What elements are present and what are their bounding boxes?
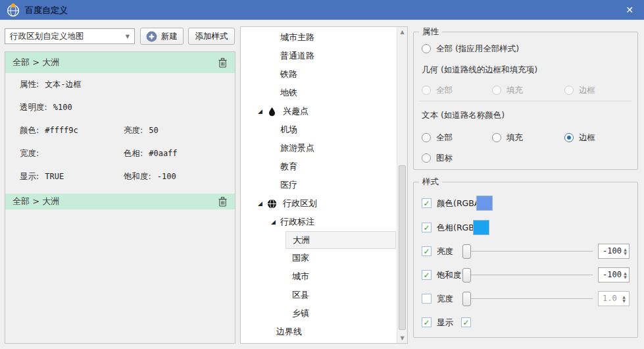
scrollbar-thumb[interactable] — [399, 165, 406, 330]
tree-item-tourist-spot[interactable]: 旅游景点 — [241, 139, 396, 157]
property-label: 透明度: — [20, 102, 47, 113]
property-cell: 颜色: #ffff9c — [20, 125, 124, 136]
close-button[interactable]: ✕ — [622, 3, 637, 16]
add-style-button[interactable]: 添加样式 — [188, 28, 235, 45]
radio-all-styles[interactable]: 全部 (指应用全部样式) — [422, 43, 519, 54]
tree-item-admin-region[interactable]: ◢ 行政区划 — [241, 194, 396, 213]
tree-item-medical[interactable]: 医疗 — [241, 176, 396, 194]
radio-geometry-all[interactable]: 全部 — [422, 85, 453, 95]
radio-text-all[interactable]: 全部 — [422, 132, 453, 143]
tree-item-city-main-road[interactable]: 城市主路 — [241, 28, 396, 47]
radio-icon[interactable] — [422, 44, 431, 53]
show-checkbox[interactable]: ✓ — [422, 317, 432, 327]
radio-icon[interactable] — [422, 133, 431, 142]
tree-item-label: 教育 — [280, 161, 297, 173]
saturation-row: ✓ 饱和度 -100 ▲▼ — [414, 267, 637, 283]
property-label: 颜色: — [20, 125, 39, 136]
tree-item-boundary-line[interactable]: 边界线 — [241, 323, 396, 341]
hue-rgb-checkbox[interactable]: ✓ — [422, 223, 432, 232]
show-row: ✓ 显示 ✓ — [414, 315, 637, 331]
property-label: 饱和度: — [124, 171, 151, 182]
property-value: 50 — [149, 126, 158, 135]
delete-icon[interactable] — [218, 57, 228, 68]
attributes-groupbox: 属性 全部 (指应用全部样式) 几何 (如道路线的边框和填充项) 全部 填充 边… — [413, 32, 638, 170]
expand-triangle-icon[interactable]: ◢ — [271, 219, 276, 225]
globe-icon — [267, 199, 277, 209]
radio-icon-option[interactable]: 图标 — [422, 153, 453, 163]
tree-item-district[interactable]: 区县 — [241, 286, 396, 304]
add-style-button-label: 添加样式 — [195, 31, 228, 42]
tree-item-township[interactable]: 乡镇 — [241, 304, 396, 323]
radio-icon-selected[interactable] — [564, 133, 574, 142]
property-value: TRUE — [45, 172, 64, 181]
tree-item-label: 铁路 — [280, 68, 297, 80]
tree-item-label: 行政区划 — [283, 198, 317, 209]
style-entry-path: 全部 > 大洲 — [12, 57, 59, 68]
tree-item-railway[interactable]: 铁路 — [241, 65, 396, 84]
radio-text-fill[interactable]: 填充 — [492, 132, 523, 143]
show-value-checkbox[interactable]: ✓ — [461, 317, 471, 327]
map-style-dropdown-value: 行政区划自定义地图 — [10, 31, 84, 41]
radio-label: 全部 (指应用全部样式) — [436, 43, 519, 55]
width-slider-track[interactable] — [462, 298, 593, 300]
radio-geometry-fill[interactable]: 填充 — [492, 85, 523, 95]
width-slider-thumb[interactable] — [462, 292, 471, 306]
property-row: 颜色: #ffff9c 亮度: 50 — [20, 124, 230, 137]
radio-icon[interactable] — [492, 133, 501, 142]
titlebar-divider — [0, 20, 644, 21]
radio-icon[interactable] — [422, 86, 431, 95]
saturation-checkbox[interactable]: ✓ — [422, 270, 432, 280]
check-icon: ✓ — [423, 199, 430, 208]
tree-item-normal-road[interactable]: 普通道路 — [241, 47, 396, 65]
brightness-checkbox[interactable]: ✓ — [422, 246, 432, 256]
color-rgba-checkbox[interactable]: ✓ — [422, 198, 432, 208]
brightness-label: 亮度 — [437, 246, 453, 257]
new-button[interactable]: 新建 — [140, 28, 184, 45]
spinner-arrows-icon[interactable]: ▲▼ — [622, 268, 629, 282]
tree-item-city[interactable]: 城市 — [241, 267, 396, 286]
property-cell: 色相: #0aaff — [124, 148, 230, 159]
radio-icon[interactable] — [492, 86, 501, 95]
delete-icon[interactable] — [218, 196, 228, 207]
property-cell: 显示: TRUE — [20, 171, 124, 182]
brightness-spinbox[interactable]: -100 ▲▼ — [598, 244, 630, 259]
tree-item-admin-label[interactable]: ◢ 行政标注 — [241, 213, 396, 231]
scroll-up-icon[interactable]: ▲ — [397, 29, 407, 35]
property-cell: 宽度: — [20, 148, 124, 159]
expand-triangle-icon[interactable]: ◢ — [258, 200, 262, 207]
tree-item-education[interactable]: 教育 — [241, 157, 396, 176]
spinner-arrows-icon[interactable]: ▲▼ — [622, 244, 629, 258]
saturation-slider-track[interactable] — [462, 275, 593, 276]
width-checkbox[interactable] — [422, 294, 432, 304]
color-rgba-swatch[interactable] — [476, 196, 493, 211]
tree-item-poi[interactable]: ◢ 兴趣点 — [241, 102, 396, 121]
map-style-dropdown[interactable]: 行政区划自定义地图 ▼ — [5, 28, 135, 44]
hue-rgb-swatch[interactable] — [473, 220, 489, 235]
style-entry-header[interactable]: 全部 > 大洲 — [5, 52, 235, 73]
radio-label: 全部 — [436, 85, 453, 96]
tree-item-subway[interactable]: 地铁 — [241, 84, 396, 102]
property-row: 显示: TRUE 饱和度: -100 — [20, 170, 230, 183]
expand-triangle-icon[interactable]: ◢ — [258, 108, 262, 115]
saturation-slider-thumb[interactable] — [462, 268, 471, 282]
saturation-spinbox[interactable]: -100 ▲▼ — [598, 267, 630, 282]
tree-item-airport[interactable]: 机场 — [241, 121, 396, 139]
app-window: 百度自定义 ✕ 行政区划自定义地图 ▼ 新建 添加样式 全部 > 大洲 — [0, 0, 644, 349]
style-list: 全部 > 大洲 属性: 文本-边框 透明度: %100 — [5, 51, 235, 344]
spinner-arrows-icon: ▲▼ — [619, 292, 629, 306]
tree-scrollbar[interactable]: ▲ ▼ — [397, 27, 407, 343]
scroll-down-icon[interactable]: ▼ — [397, 335, 407, 341]
property-value: #ffff9c — [45, 126, 78, 135]
radio-icon[interactable] — [564, 86, 574, 95]
brightness-slider-track[interactable] — [462, 251, 593, 252]
tree-item-continent[interactable]: 大洲 — [285, 231, 396, 249]
radio-icon[interactable] — [422, 153, 431, 163]
radio-geometry-border[interactable]: 边框 — [564, 85, 595, 95]
brightness-slider-thumb[interactable] — [462, 244, 471, 259]
title-bar: 百度自定义 ✕ — [0, 0, 644, 20]
tree-item-country[interactable]: 国家 — [241, 249, 396, 267]
saturation-value: -100 — [599, 268, 622, 282]
radio-text-border[interactable]: 边框 — [564, 132, 595, 143]
property-cell: 属性: 文本-边框 — [20, 79, 124, 90]
style-entry-header[interactable]: 全部 > 大洲 — [5, 194, 235, 209]
